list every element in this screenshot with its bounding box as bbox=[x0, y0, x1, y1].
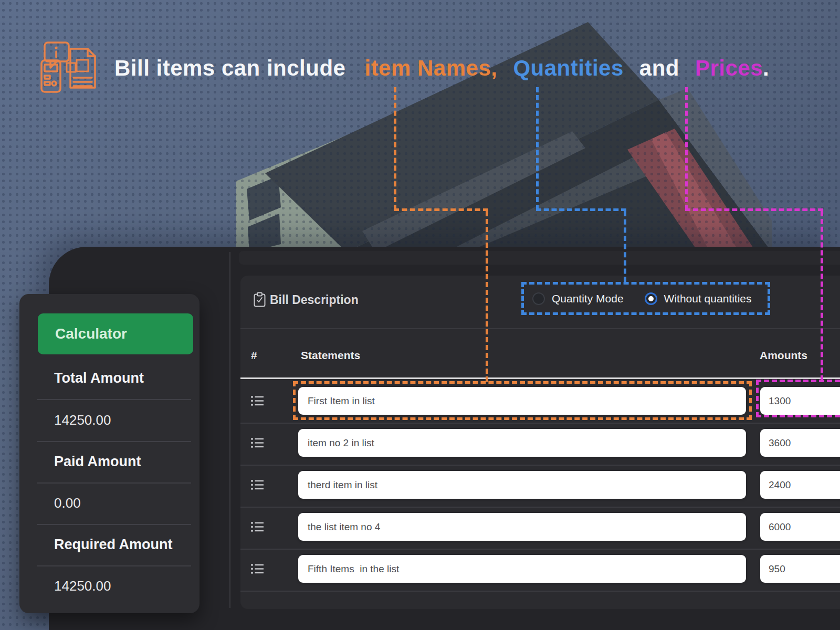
headline-and: and bbox=[639, 56, 679, 81]
statement-input[interactable]: item no 2 in list bbox=[298, 429, 746, 457]
row-divider bbox=[240, 423, 840, 424]
paid-amount-value: 0.00 bbox=[54, 492, 81, 513]
building-photo bbox=[0, 0, 840, 252]
quantity-mode-group: Quantity Mode Without quantities bbox=[521, 282, 770, 315]
row-divider bbox=[240, 591, 840, 592]
table-row: Fifth Items in the list 950 bbox=[240, 555, 840, 597]
bill-panel: Bill Description # Statements Amounts Fi… bbox=[240, 276, 840, 609]
bill-description-title: Bill Description bbox=[270, 293, 359, 307]
panel-divider bbox=[229, 252, 230, 608]
statement-input[interactable]: therd item in list bbox=[298, 471, 746, 499]
divider bbox=[37, 565, 191, 566]
divider bbox=[37, 441, 191, 442]
drag-handle-icon[interactable] bbox=[250, 437, 264, 449]
required-amount-label: Required Amount bbox=[54, 534, 173, 555]
quantity-mode-radio[interactable] bbox=[532, 292, 545, 305]
without-quantities-radio[interactable] bbox=[645, 292, 657, 305]
amount-input[interactable]: 950 bbox=[760, 555, 840, 583]
quantity-mode-label: Quantity Mode bbox=[552, 292, 624, 305]
row-divider bbox=[240, 465, 840, 466]
column-header-number: # bbox=[251, 349, 257, 362]
paid-amount-label: Paid Amount bbox=[54, 451, 141, 472]
amount-input[interactable]: 6000 bbox=[760, 513, 840, 541]
headline-quantities: Quantities bbox=[513, 56, 623, 81]
divider bbox=[37, 482, 191, 484]
amount-input[interactable]: 3600 bbox=[760, 429, 840, 457]
column-header-statements: Statements bbox=[301, 349, 360, 362]
clipboard-check-icon bbox=[253, 292, 266, 308]
drag-handle-icon[interactable] bbox=[250, 479, 264, 491]
headline-intro: Bill items can include bbox=[114, 56, 345, 81]
quantity-mode-option[interactable]: Quantity Mode bbox=[532, 292, 624, 305]
divider bbox=[37, 399, 191, 400]
divider bbox=[37, 524, 191, 525]
headline-prices: Prices bbox=[695, 56, 763, 81]
divider bbox=[240, 328, 840, 329]
bill-items-icon bbox=[40, 41, 108, 93]
row-divider bbox=[240, 507, 840, 508]
headline-period: . bbox=[763, 56, 769, 81]
table-row: item no 2 in list 3600 bbox=[240, 429, 840, 471]
calculator-sidebar: Calculator Total Amount 14250.00 Paid Am… bbox=[19, 294, 200, 613]
table-header-underline bbox=[240, 377, 840, 379]
table-row: the list item no 4 6000 bbox=[240, 513, 840, 555]
statement-input[interactable]: First Item in list bbox=[298, 387, 746, 415]
headline: Bill items can include item Names, Quant… bbox=[114, 56, 769, 81]
statement-input[interactable]: Fifth Items in the list bbox=[298, 555, 746, 583]
table-row: First Item in list 1300 bbox=[240, 387, 840, 429]
total-amount-value: 14250.00 bbox=[54, 410, 111, 430]
row-divider bbox=[240, 549, 840, 550]
drag-handle-icon[interactable] bbox=[250, 395, 264, 407]
column-header-amounts: Amounts bbox=[760, 349, 807, 362]
required-amount-value: 14250.00 bbox=[54, 575, 111, 596]
amount-input[interactable]: 1300 bbox=[760, 387, 840, 415]
drag-handle-icon[interactable] bbox=[250, 563, 264, 575]
statement-input[interactable]: the list item no 4 bbox=[298, 513, 746, 541]
calculator-button[interactable]: Calculator bbox=[38, 313, 193, 354]
bill-items-list: First Item in list 1300 item no 2 in lis… bbox=[240, 387, 840, 597]
headline-item-names: item Names, bbox=[364, 56, 497, 81]
app-panel-top-strip bbox=[239, 251, 840, 265]
table-row: therd item in list 2400 bbox=[240, 471, 840, 513]
total-amount-label: Total Amount bbox=[54, 368, 144, 388]
drag-handle-icon[interactable] bbox=[250, 521, 264, 533]
amount-input[interactable]: 2400 bbox=[760, 471, 840, 499]
without-quantities-option[interactable]: Without quantities bbox=[645, 292, 752, 305]
without-quantities-label: Without quantities bbox=[664, 292, 752, 305]
